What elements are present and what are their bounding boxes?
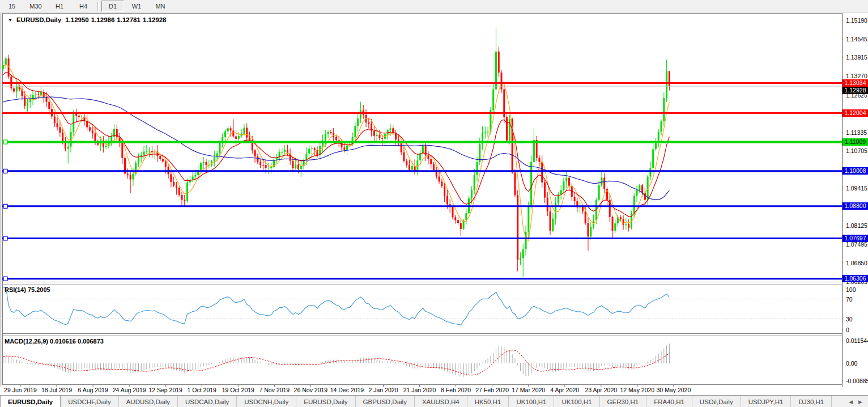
price-level-badge: 1.06306 (843, 275, 868, 282)
price-level-badge: 1.13034 (843, 79, 868, 87)
date-axis-label: 2 Jan 2020 (369, 387, 398, 393)
price-level-badge: 1.08800 (843, 202, 868, 210)
date-axis-label: 26 Nov 2019 (294, 387, 328, 393)
chart-tab-audusd-daily[interactable]: AUDUSD,Daily (119, 396, 178, 407)
chart-tab-usdcad-daily[interactable]: USDCAD,Daily (178, 396, 237, 407)
date-axis-label: 21 Jan 2020 (403, 387, 436, 393)
date-axis-label: 27 Feb 2020 (475, 387, 509, 393)
chart-tab-gbpusd-daily[interactable]: GBPUSD,Daily (356, 396, 415, 407)
date-axis-label: 7 Nov 2019 (259, 387, 290, 393)
macd-axis-label: -0.008858 (846, 378, 868, 384)
price-axis-label: 1.06850 (846, 260, 867, 266)
timeframe-toolbar: 15M30H1H4D1W1MN (0, 0, 868, 13)
date-axis-label: 4 Apr 2020 (550, 387, 579, 393)
date-axis: 29 Jun 201918 Jul 20196 Aug 201924 Aug 2… (0, 387, 843, 395)
rsi-label: RSI(14) 75.2005 (5, 286, 50, 293)
price-axis-label: 1.11335 (846, 129, 867, 136)
date-axis-label: 1 Oct 2019 (188, 387, 216, 393)
price-axis-label: 1.08125 (846, 222, 867, 229)
chart-tab-usdchf-daily[interactable]: USDCHF,Daily (61, 396, 118, 407)
price-axis-label: 1.09415 (846, 185, 867, 192)
timeframe-button-mn[interactable]: MN (149, 1, 172, 12)
price-axis: 1.151901.145451.139151.132701.126251.113… (843, 13, 868, 395)
price-axis-label: 1.13915 (846, 54, 867, 61)
date-axis-label: 24 Aug 2019 (113, 387, 146, 393)
date-axis-label: 23 Apr 2020 (585, 387, 617, 393)
chart-tab-usdcnh-daily[interactable]: USDCNH,Daily (237, 396, 296, 407)
price-chart-canvas[interactable] (0, 0, 868, 407)
chart-tab-dj30-h1[interactable]: DJ30,H1 (791, 396, 832, 407)
date-axis-label: 18 Jul 2019 (41, 387, 72, 393)
price-axis-label: 1.13270 (846, 73, 867, 79)
rsi-axis-label: 0 (846, 327, 849, 333)
chart-tab-bar: EURUSD,DailyUSDCHF,DailyAUDUSD,DailyUSDC… (0, 395, 868, 407)
symbol-dropdown-icon[interactable]: ▼ (8, 18, 12, 23)
chart-tab-usdjpy-h1[interactable]: USDJPY,H1 (741, 396, 792, 407)
price-axis-label: 1.15190 (846, 17, 867, 24)
date-axis-label: 29 Jun 2019 (4, 387, 37, 393)
price-level-badge: 1.12004 (843, 109, 868, 117)
macd-axis-label: 0.00 (846, 360, 857, 367)
chart-symbol-label: EURUSD,Daily (16, 16, 61, 23)
rsi-axis-label: 30 (846, 316, 853, 323)
chart-title: ▼ EURUSD,Daily 1.12950 1.12986 1.12781 1… (8, 16, 166, 23)
mt4-window: { "window":{"title_symbol":"EURUSD,Daily… (0, 0, 868, 407)
ohlc-open: 1.12950 (65, 16, 89, 23)
chart-tab-uk100-h1[interactable]: UK100,H1 (554, 396, 599, 407)
chart-tab-eurusd-daily[interactable]: EURUSD,Daily (0, 396, 61, 407)
timeframe-button-h4[interactable]: H4 (72, 1, 95, 12)
price-axis-label: 1.10705 (846, 147, 867, 154)
date-axis-label: 12 Sep 2019 (148, 387, 182, 393)
timeframe-button-m30[interactable]: M30 (24, 1, 47, 12)
timeframe-button-h1[interactable]: H1 (48, 1, 71, 12)
date-axis-label: 12 May 2020 (620, 387, 654, 393)
date-axis-label: 8 Feb 2020 (441, 387, 471, 393)
timeframe-button-w1[interactable]: W1 (125, 1, 148, 12)
date-axis-label: 30 May 2020 (657, 387, 691, 393)
price-axis-label: 1.14545 (846, 36, 867, 43)
macd-label: MACD(12,26,9) 0.010616 0.006873 (5, 338, 104, 345)
chart-tab-uk100-h1[interactable]: UK100,H1 (509, 396, 554, 407)
price-level-badge: 1.07697 (843, 235, 868, 242)
date-axis-label: 14 Dec 2019 (330, 387, 364, 393)
tab-scroll-left-icon[interactable]: ◀ (849, 399, 853, 405)
chart-tab-xauusd-h4[interactable]: XAUUSD,H4 (415, 396, 467, 407)
rsi-axis-label: 100 (846, 286, 856, 293)
ohlc-low: 1.12781 (117, 16, 141, 23)
price-level-badge: 1.11009 (843, 138, 868, 146)
price-level-badge: 1.12928 (843, 87, 868, 94)
timeframe-button-15[interactable]: 15 (1, 1, 23, 12)
toolbar-separator (97, 2, 99, 11)
chart-tab-eurusd-daily[interactable]: EURUSD,Daily (296, 396, 355, 407)
rsi-axis-label: 70 (846, 296, 853, 303)
date-axis-label: 17 Mar 2020 (512, 387, 545, 393)
timeframe-button-d1[interactable]: D1 (101, 1, 124, 12)
ohlc-close: 1.12928 (143, 16, 167, 23)
chart-tab-usoil-daily[interactable]: USOil,Daily (692, 396, 741, 407)
date-axis-label: 19 Oct 2019 (222, 387, 254, 393)
chart-tab-ger30-h1[interactable]: GER30,H1 (600, 396, 647, 407)
date-axis-label: 6 Aug 2019 (78, 387, 108, 393)
price-level-badge: 1.10008 (843, 167, 868, 175)
ohlc-high: 1.12986 (91, 16, 115, 23)
macd-axis-label: 0.011544 (846, 337, 868, 344)
chart-tab-hk50-h1[interactable]: HK50,H1 (467, 396, 509, 407)
chart-tab-fra40-h1[interactable]: FRA40,H1 (646, 396, 692, 407)
tab-scroll-right-icon[interactable]: ▶ (858, 399, 862, 405)
